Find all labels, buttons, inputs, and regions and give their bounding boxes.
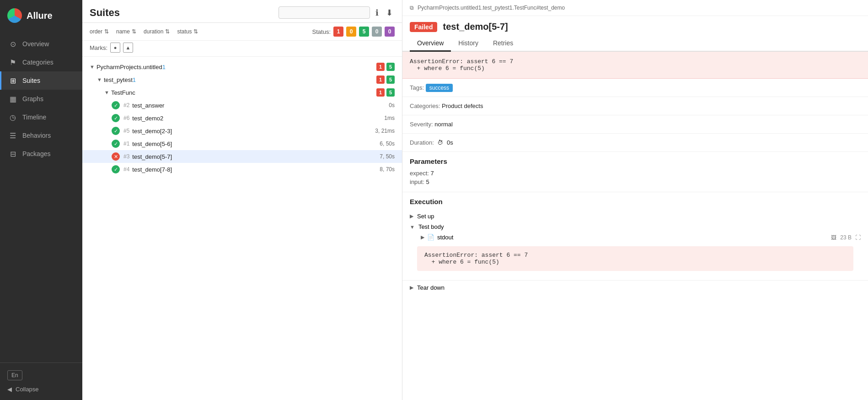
tab-overview[interactable]: Overview: [410, 36, 451, 52]
file-icon: 📄: [427, 234, 434, 241]
sidebar-item-suites[interactable]: ⊞Suites: [0, 71, 82, 90]
breadcrumb: ⧉ PycharmProjects.untitled1.test_pytest1…: [402, 0, 868, 16]
table-row[interactable]: ✓ #2 test_answer 0s: [82, 99, 402, 112]
status-filter[interactable]: status ⇅: [177, 28, 198, 35]
table-row[interactable]: ✕ #3 test_demo[5-7] 7, 50s: [82, 150, 402, 163]
copy-icon: ⧉: [410, 5, 414, 11]
duration-sort-icon: ⇅: [165, 28, 170, 35]
app-logo: Allure: [0, 0, 82, 31]
test-name: test_demo[5-7]: [132, 153, 380, 160]
detail-body: AssertionError: assert 6 == 7 + where 6 …: [402, 52, 868, 400]
test-num: #3: [123, 153, 129, 160]
table-row[interactable]: ✓ #5 test_demo[2-3] 3, 21ms: [82, 124, 402, 137]
name-filter[interactable]: name ⇅: [116, 28, 136, 35]
test-num: #6: [123, 115, 129, 121]
graphs-icon: ▦: [9, 95, 17, 103]
param-input-key: input:: [410, 178, 426, 185]
suites-toolbar-right: ℹ ⬇: [279, 6, 395, 19]
search-input[interactable]: [279, 6, 370, 19]
stdout-size: 23 B: [840, 234, 852, 241]
code-line-1: AssertionError: assert 6 == 7: [424, 252, 846, 259]
sidebar: Allure ⊙Overview⚑Categories⊞Suites▦Graph…: [0, 0, 82, 400]
tree-class-item[interactable]: ▼ TestFunc 1 5: [82, 86, 402, 99]
passed-count-badge[interactable]: 5: [359, 27, 369, 37]
duration-section: Duration: ⏱ 0s: [402, 134, 868, 152]
param-expect-key: expect:: [410, 170, 431, 177]
error-line-1: AssertionError: assert 6 == 7: [410, 58, 861, 65]
error-box: AssertionError: assert 6 == 7 + where 6 …: [402, 52, 868, 79]
param-input: input: 5: [410, 178, 861, 186]
setup-chevron-icon: ▶: [410, 213, 413, 219]
test-num: #4: [123, 166, 129, 173]
marks-filter-row: Marks: ● ▲: [82, 41, 402, 57]
setup-item[interactable]: ▶ Set up: [410, 211, 861, 222]
mark-triangle-button[interactable]: ▲: [123, 43, 133, 53]
expand-icon[interactable]: ⛶: [855, 234, 861, 241]
sidebar-item-label: Behaviors: [22, 132, 51, 139]
execution-section: Execution ▶ Set up ▼ Test body ▶ 📄: [402, 192, 868, 280]
skipped-count-badge[interactable]: 0: [372, 27, 382, 37]
root-badge-passed: 5: [386, 63, 395, 71]
table-row[interactable]: ✓ #4 test_demo[7-8] 8, 70s: [82, 163, 402, 176]
test-body-item[interactable]: ▼ Test body: [410, 222, 861, 232]
tree-root-item[interactable]: ▼ PycharmProjects.untitled1 1 5: [82, 60, 402, 73]
test-status-fail-icon: ✕: [112, 152, 120, 161]
suite-toggle-icon: ▼: [97, 77, 102, 82]
stdout-row[interactable]: ▶ 📄 stdout 🖼 23 B ⛶: [410, 232, 861, 243]
sidebar-item-graphs[interactable]: ▦Graphs: [0, 90, 82, 108]
download-button[interactable]: ⬇: [384, 7, 395, 19]
detail-title-row: Failed test_demo[5-7]: [402, 16, 868, 36]
page-title: test_demo[5-7]: [443, 22, 508, 32]
tear-down-row[interactable]: ▶ Tear down: [402, 280, 868, 295]
broken-count-badge[interactable]: 0: [346, 27, 356, 37]
sidebar-item-overview[interactable]: ⊙Overview: [0, 35, 82, 53]
marks-label: Marks:: [90, 44, 107, 51]
categories-value: Product defects: [442, 103, 483, 109]
suites-panel: Suites ℹ ⬇ order ⇅ name ⇅ duration: [82, 0, 402, 400]
language-button[interactable]: En: [7, 370, 22, 380]
sidebar-item-label: Suites: [22, 77, 40, 84]
severity-section: Severity: normal: [402, 115, 868, 134]
behaviors-icon: ☰: [9, 131, 17, 140]
test-name: test_answer: [132, 102, 389, 109]
sidebar-nav: ⊙Overview⚑Categories⊞Suites▦Graphs◷Timel…: [0, 31, 82, 362]
failed-count-badge[interactable]: 1: [333, 27, 343, 37]
root-label: PycharmProjects.untitled1: [96, 64, 373, 70]
collapse-button[interactable]: ◀ Collapse: [7, 386, 75, 393]
timeline-icon: ◷: [9, 113, 17, 121]
sidebar-item-label: Timeline: [22, 114, 46, 121]
sidebar-item-label: Overview: [22, 40, 49, 48]
order-filter[interactable]: order ⇅: [90, 28, 109, 35]
sidebar-item-label: Categories: [22, 59, 54, 66]
sidebar-item-timeline[interactable]: ◷Timeline: [0, 108, 82, 126]
mark-circle-button[interactable]: ●: [110, 43, 120, 53]
table-row[interactable]: ✓ #1 test_demo[5-6] 6, 50s: [82, 137, 402, 150]
tags-label: Tags:: [410, 84, 424, 91]
sidebar-item-packages[interactable]: ⊟Packages: [0, 145, 82, 163]
info-button[interactable]: ℹ: [374, 7, 380, 19]
status-label: status: [177, 28, 192, 35]
detail-tabs: Overview History Retries: [402, 36, 868, 52]
unknown-count-badge[interactable]: 0: [385, 27, 395, 37]
tab-retries[interactable]: Retries: [486, 36, 520, 52]
app-name: Allure: [27, 11, 53, 21]
class-badges: 1 5: [376, 88, 395, 97]
sidebar-item-label: Graphs: [22, 95, 43, 103]
tab-history[interactable]: History: [451, 36, 486, 52]
sidebar-item-categories[interactable]: ⚑Categories: [0, 53, 82, 71]
duration-filter[interactable]: duration ⇅: [144, 28, 170, 35]
test-status-pass-icon: ✓: [112, 165, 120, 173]
stdout-chevron-icon: ▶: [421, 234, 424, 240]
sidebar-item-behaviors[interactable]: ☰Behaviors: [0, 126, 82, 145]
tags-section: Tags: success: [402, 79, 868, 97]
table-row[interactable]: ✓ #6 test_demo2 1ms: [82, 112, 402, 124]
status-counts: Status: 1 0 5 0 0: [312, 27, 395, 37]
order-label: order: [90, 28, 102, 35]
collapse-label: Collapse: [16, 386, 39, 393]
status-counts-label: Status:: [312, 28, 331, 35]
tree-suite-item[interactable]: ▼ test_pytest1 1 5: [82, 73, 402, 86]
tear-down-chevron-icon: ▶: [410, 285, 413, 291]
stdout-actions: 🖼 23 B ⛶: [831, 234, 861, 241]
test-status-pass-icon: ✓: [112, 114, 120, 122]
suite-label: test_pytest1: [104, 76, 373, 83]
